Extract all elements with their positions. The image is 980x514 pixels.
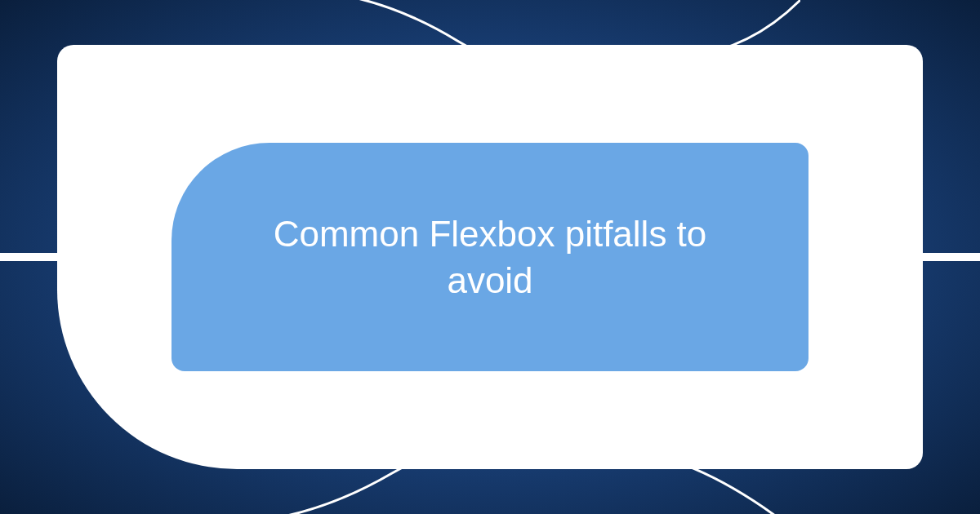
outer-white-panel: Common Flexbox pitfalls to avoid [57,45,923,469]
card-title: Common Flexbox pitfalls to avoid [245,210,735,304]
hero-background: Common Flexbox pitfalls to avoid [0,0,980,514]
inner-blue-panel: Common Flexbox pitfalls to avoid [172,143,808,371]
